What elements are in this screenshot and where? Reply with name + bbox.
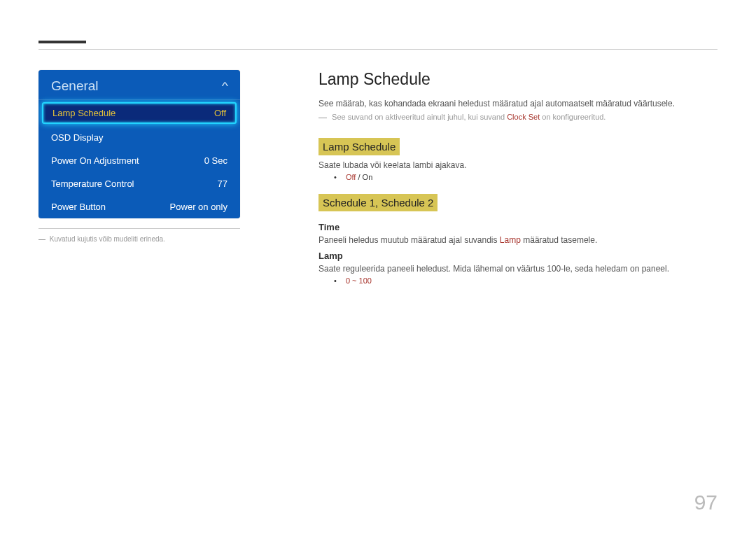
subsection-time: Time xyxy=(318,222,718,232)
panel-note-text: Kuvatud kujutis võib mudeliti erineda. xyxy=(50,235,165,243)
dash-icon xyxy=(318,118,327,118)
section-schedule: Schedule 1, Schedule 2 xyxy=(318,194,438,211)
time-desc: Paneeli heledus muutub määratud ajal suv… xyxy=(318,235,718,245)
menu-label: Lamp Schedule xyxy=(52,108,115,118)
menu-item-lamp-schedule[interactable]: Lamp Schedule Off xyxy=(42,102,237,124)
menu-item-power-button[interactable]: Power Button Power on only xyxy=(38,195,240,218)
lamp-desc: Saate reguleerida paneeli heledust. Mida… xyxy=(318,264,718,274)
note-text-before: See suvand on aktiveeritud ainult juhul,… xyxy=(332,113,507,121)
menu-label: Power Button xyxy=(51,202,106,212)
lamp-range: 0 ~ 100 xyxy=(334,276,718,285)
menu-item-osd-display[interactable]: OSD Display xyxy=(38,126,240,149)
content-area: Lamp Schedule See määrab, kas kohandada … xyxy=(318,70,718,293)
section-lamp-schedule: Lamp Schedule xyxy=(318,138,400,155)
option-on: / On xyxy=(356,173,372,181)
panel-title: General xyxy=(51,78,99,94)
page-number: 97 xyxy=(694,491,718,514)
top-rule xyxy=(38,49,718,50)
option-off: Off xyxy=(346,173,356,181)
dash-icon xyxy=(38,239,46,240)
menu-value: 77 xyxy=(218,178,227,189)
menu-value: 0 Sec xyxy=(204,155,227,166)
note-text-after: on konfigureeritud. xyxy=(540,113,606,121)
lamp-schedule-options: Off / On xyxy=(334,173,718,181)
menu-value: Off xyxy=(214,108,226,118)
menu-label: Temperature Control xyxy=(51,178,134,189)
chevron-up-icon[interactable]: ^ xyxy=(222,80,228,92)
menu-value: Power on only xyxy=(170,202,227,212)
lamp-schedule-desc: Saate lubada või keelata lambi ajakava. xyxy=(318,160,718,170)
section-marker xyxy=(38,41,86,43)
menu-item-temperature-control[interactable]: Temperature Control 77 xyxy=(38,172,240,195)
range-sep: ~ xyxy=(350,276,359,285)
page-title: Lamp Schedule xyxy=(318,70,718,89)
osd-panel: General ^ Lamp Schedule Off OSD Display … xyxy=(38,70,240,218)
page-description: See määrab, kas kohandada ekraani heledu… xyxy=(318,99,718,108)
time-desc-before: Paneeli heledus muutub määratud ajal suv… xyxy=(318,235,500,245)
panel-header: General ^ xyxy=(38,70,240,100)
time-desc-accent: Lamp xyxy=(500,235,521,245)
panel-note-rule xyxy=(38,228,240,229)
range-end: 100 xyxy=(359,276,372,285)
menu-label: OSD Display xyxy=(51,132,103,143)
menu-label: Power On Adjustment xyxy=(51,155,139,166)
config-note: See suvand on aktiveeritud ainult juhul,… xyxy=(318,113,718,121)
menu-item-power-on-adjustment[interactable]: Power On Adjustment 0 Sec xyxy=(38,149,240,172)
time-desc-after: määratud tasemele. xyxy=(521,235,597,245)
panel-note: Kuvatud kujutis võib mudeliti erineda. xyxy=(38,235,165,243)
subsection-lamp: Lamp xyxy=(318,251,718,261)
note-accent: Clock Set xyxy=(507,113,540,121)
